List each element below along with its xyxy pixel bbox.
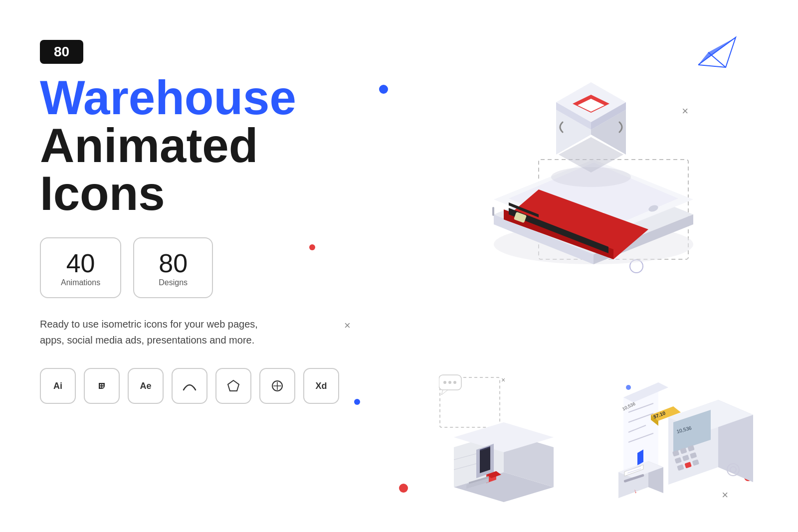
count-badge: 80 xyxy=(40,40,83,64)
iso-warehouse-door: × xyxy=(439,372,569,502)
tool-figma xyxy=(84,368,120,404)
tool-procreate xyxy=(259,368,295,404)
stat-designs: 80 Designs xyxy=(133,237,213,298)
tool-ai: Ai xyxy=(40,368,76,404)
stat-label-animations: Animations xyxy=(61,278,100,287)
title-line1: Warehouse xyxy=(40,74,339,122)
title-line2: Animated xyxy=(40,122,339,170)
tool-ae: Ae xyxy=(128,368,164,404)
deco-dot-red-bottom xyxy=(399,484,408,493)
svg-text:×: × xyxy=(501,376,505,384)
stat-animations: 40 Animations xyxy=(40,237,121,298)
title-line3: Icons xyxy=(40,170,339,217)
deco-dot-blue-bottom xyxy=(354,399,360,405)
tool-curve xyxy=(172,368,207,404)
tool-sketch xyxy=(215,368,251,404)
description-text: Ready to use isometric icons for your we… xyxy=(40,316,279,348)
tools-row: Ai Ae Xd xyxy=(40,368,339,404)
svg-marker-1 xyxy=(228,380,239,391)
svg-point-20 xyxy=(453,381,456,384)
svg-point-21 xyxy=(626,385,631,390)
stat-label-designs: Designs xyxy=(154,278,192,287)
stat-number-designs: 80 xyxy=(154,248,192,278)
stat-number-animations: 40 xyxy=(61,248,100,278)
deco-dot-blue-top xyxy=(379,85,388,94)
svg-point-19 xyxy=(448,381,451,384)
stats-row: 40 Animations 80 Designs xyxy=(40,237,339,298)
svg-point-18 xyxy=(443,381,446,384)
svg-rect-10 xyxy=(492,207,494,216)
iso-main-illustration: DONE xyxy=(439,30,738,289)
iso-pos-terminal: 10,536 $7.10 10,536 xyxy=(608,367,768,507)
deco-x-mid: × xyxy=(344,319,351,332)
deco-dot-red-mid xyxy=(309,244,315,250)
title-block: Warehouse Animated Icons xyxy=(40,74,339,217)
tool-xd: Xd xyxy=(303,368,339,404)
